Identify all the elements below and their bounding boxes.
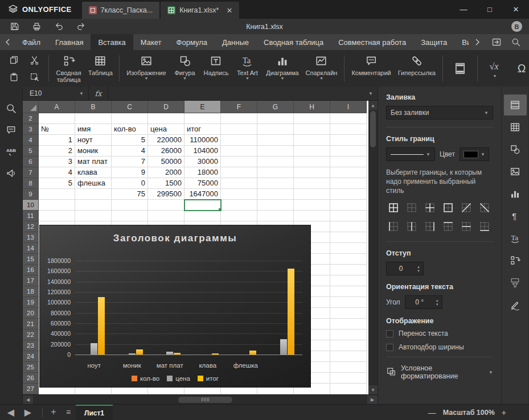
- column-header-G[interactable]: G: [257, 101, 294, 113]
- sheet-tab-active[interactable]: Лист1: [76, 405, 113, 420]
- paste-icon[interactable]: [6, 69, 22, 85]
- cell-G4[interactable]: [257, 135, 294, 146]
- cell-D6[interactable]: 50000: [148, 157, 184, 167]
- cell-I13[interactable]: [330, 232, 367, 243]
- column-header-C[interactable]: C: [112, 101, 148, 113]
- cell-F6[interactable]: [221, 157, 257, 167]
- cell-E10[interactable]: [184, 200, 221, 211]
- comment-button[interactable]: Комментарий: [348, 50, 393, 87]
- cell-I3[interactable]: [330, 124, 367, 135]
- row-header-8[interactable]: 8: [23, 178, 39, 189]
- cell-I4[interactable]: [330, 135, 367, 146]
- cell-E9[interactable]: 1647000: [184, 189, 221, 200]
- cell-F2[interactable]: [221, 113, 257, 124]
- cell-I9[interactable]: [330, 189, 367, 200]
- text-box-button[interactable]: Надпись: [201, 50, 232, 87]
- text-art-button[interactable]: TaText Art▼: [232, 50, 262, 87]
- copy-icon[interactable]: [6, 52, 22, 68]
- shape-button[interactable]: Фигура▼: [170, 50, 200, 87]
- cell-G2[interactable]: [257, 113, 294, 124]
- cell-C9[interactable]: 75: [112, 189, 148, 200]
- row-header-18[interactable]: 18: [23, 286, 39, 297]
- sheet-list-icon[interactable]: ≡: [61, 405, 76, 419]
- cell-A11[interactable]: [39, 211, 75, 221]
- row-header-17[interactable]: 17: [23, 275, 39, 286]
- table-button[interactable]: Таблица: [85, 50, 115, 87]
- document-tab-inactive[interactable]: 7класс_Паска...: [82, 2, 160, 19]
- row-header-4[interactable]: 4: [23, 135, 39, 146]
- horizontal-scroll-thumb[interactable]: [178, 397, 232, 403]
- vertical-scrollbar[interactable]: ▲ ▼: [368, 101, 378, 394]
- tab-close-icon[interactable]: ✕: [223, 6, 232, 15]
- cell-E7[interactable]: 18000: [184, 167, 221, 178]
- cell-C7[interactable]: 9: [112, 167, 148, 178]
- feedback-icon[interactable]: [2, 163, 21, 183]
- cell-E5[interactable]: 104000: [184, 146, 221, 157]
- cell-B3[interactable]: имя: [75, 124, 112, 135]
- cell-I19[interactable]: [330, 297, 367, 308]
- cell-I12[interactable]: [330, 221, 367, 232]
- cell-D9[interactable]: 299500: [148, 189, 184, 200]
- wrap-text-checkbox[interactable]: Перенос текста: [386, 330, 493, 337]
- zoom-label[interactable]: Масштаб 100%: [443, 409, 495, 417]
- row-header-2[interactable]: 2: [23, 113, 39, 124]
- add-sheet-button[interactable]: +: [46, 405, 61, 419]
- cell-I5[interactable]: [330, 146, 367, 157]
- cell-A3[interactable]: №: [39, 124, 75, 135]
- cell-E11[interactable]: [184, 211, 221, 221]
- cell-A6[interactable]: 3: [39, 157, 75, 167]
- row-header-23[interactable]: 23: [23, 340, 39, 351]
- cell-H8[interactable]: [294, 178, 330, 189]
- save-icon[interactable]: [8, 20, 20, 33]
- cell-I16[interactable]: [330, 265, 367, 275]
- image-panel-icon[interactable]: [504, 161, 527, 182]
- scroll-up-icon[interactable]: ▲: [368, 101, 378, 110]
- row-header-21[interactable]: 21: [23, 319, 39, 330]
- cell-B2[interactable]: [75, 113, 112, 124]
- shape-panel-icon[interactable]: [504, 139, 527, 160]
- cell-A7[interactable]: 4: [39, 167, 75, 178]
- header-footer-button[interactable]: [447, 50, 473, 87]
- cell-H5[interactable]: [294, 146, 330, 157]
- cell-I25[interactable]: [330, 362, 367, 373]
- cell-B9[interactable]: [75, 189, 112, 200]
- next-sheet-icon[interactable]: ▶: [20, 405, 35, 420]
- row-header-19[interactable]: 19: [23, 297, 39, 308]
- cell-I14[interactable]: [330, 243, 367, 254]
- border-top-button[interactable]: [441, 219, 456, 234]
- zoom-in-button[interactable]: +: [502, 408, 506, 417]
- scroll-right-icon[interactable]: ▶: [367, 396, 378, 404]
- cell-F9[interactable]: [221, 189, 257, 200]
- open-file-location-icon[interactable]: [488, 34, 505, 50]
- cell-C3[interactable]: кол-во: [112, 124, 148, 135]
- border-center-h-button[interactable]: [459, 219, 474, 234]
- border-bottom-button[interactable]: [477, 219, 492, 234]
- cell-G7[interactable]: [257, 167, 294, 178]
- cell-C11[interactable]: [112, 211, 148, 221]
- cell-D10[interactable]: [148, 200, 184, 211]
- cell-I6[interactable]: [330, 157, 367, 167]
- ribbon-tab-формула[interactable]: Формула: [169, 34, 215, 50]
- vertical-scroll-thumb[interactable]: [370, 111, 376, 147]
- cell-B11[interactable]: [75, 211, 112, 221]
- zoom-out-button[interactable]: —: [428, 408, 436, 417]
- cell-D11[interactable]: [148, 211, 184, 221]
- row-header-12[interactable]: 12: [23, 221, 39, 232]
- border-color-dropdown[interactable]: ▼: [460, 147, 489, 161]
- signature-panel-icon[interactable]: [504, 294, 527, 315]
- column-header-I[interactable]: I: [330, 101, 367, 113]
- column-header-F[interactable]: F: [221, 101, 257, 113]
- cell-G6[interactable]: [257, 157, 294, 167]
- cell-B7[interactable]: клава: [75, 167, 112, 178]
- ribbon-tab-вставка[interactable]: Вставка: [91, 34, 133, 50]
- cell-F8[interactable]: [221, 178, 257, 189]
- row-header-9[interactable]: 9: [23, 189, 39, 200]
- formula-input[interactable]: [108, 87, 364, 100]
- pivot-table-button[interactable]: Сводная таблица: [53, 50, 84, 87]
- cell-I22[interactable]: [330, 330, 367, 340]
- column-header-D[interactable]: D: [148, 101, 184, 113]
- cell-C5[interactable]: 4: [112, 146, 148, 157]
- tabs-overflow-chevron-right-icon[interactable]: [469, 34, 486, 50]
- cell-I2[interactable]: [330, 113, 367, 124]
- row-header-24[interactable]: 24: [23, 351, 39, 362]
